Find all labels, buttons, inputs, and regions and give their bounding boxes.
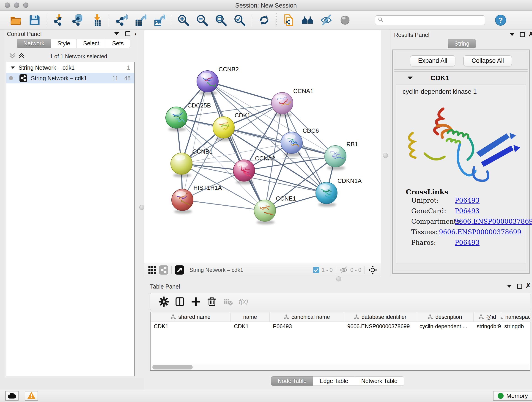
column-header-id[interactable]: @id [474,312,501,322]
zoom-in-icon[interactable] [176,13,191,28]
crosslink-link[interactable]: P06493 [455,197,480,204]
column-header-namespace[interactable]: namespace [501,312,530,322]
table-cell[interactable]: cyclin-dependent ... [416,322,474,332]
results-panel-close-icon[interactable]: ✗ [528,32,532,37]
network-node-CCNB1[interactable] [171,153,192,177]
detach-view-icon[interactable] [175,265,184,274]
tab-style[interactable]: Style [51,39,77,48]
birds-eye-view-icon[interactable] [368,265,378,275]
table-cell[interactable]: 9606.ENSP00000378699 [344,322,416,332]
warnings-button[interactable] [25,391,38,401]
table-scrollbar-thumb[interactable] [152,365,193,370]
network-node-RB1[interactable] [325,146,346,170]
delete-column-icon[interactable] [205,295,219,308]
zoom-selected-icon[interactable] [232,13,247,28]
table-cell[interactable]: stringdb:9... [474,322,501,332]
network-edge[interactable] [182,200,265,211]
node-label: CCNB2 [219,66,239,73]
network-collection-row[interactable]: String Network – cdk1 1 [6,62,134,73]
network-node-HIST1H1A[interactable] [172,189,193,214]
network-canvas[interactable]: CCNB2CCNA1CDC25BCDK1CDC6RB1CCNB1CCNA2CDK… [144,30,381,264]
selected-checkbox-icon[interactable] [313,267,319,273]
show-columns-icon[interactable] [173,295,186,308]
export-image-icon[interactable] [151,13,166,28]
table-cell[interactable]: P06493 [270,322,344,332]
memory-button[interactable]: Memory [493,391,532,401]
node-table[interactable]: shared namenamecanonical namedatabase id… [150,312,530,371]
table-panel-close-icon[interactable]: ✗ [526,283,531,288]
network-node-CCNB2[interactable] [197,70,218,95]
show-graphics-details-icon[interactable] [337,13,353,28]
network-node-CCNA1[interactable] [272,92,293,117]
column-label: description [435,314,462,320]
collection-expand-icon[interactable] [11,66,15,69]
crosslink-link[interactable]: 9606.ENSP00000378699 [439,228,521,236]
tab-network-table[interactable]: Network Table [355,376,404,386]
grid-view-icon[interactable] [147,265,157,274]
crosslink-link[interactable]: P06493 [455,239,480,246]
table-options-gear-icon[interactable] [157,295,171,308]
expand-all-networks-icon[interactable] [18,52,25,61]
table-row[interactable]: CDK1CDK1P064939606.ENSP00000378699cyclin… [151,322,530,332]
results-panel-float-icon[interactable] [520,32,525,37]
tab-node-table[interactable]: Node Table [271,376,313,386]
table-panel-collapse-icon[interactable] [507,285,512,288]
collapse-all-networks-icon[interactable] [9,52,16,61]
collapse-all-button[interactable]: Collapse All [463,56,512,66]
results-panel-collapse-icon[interactable] [510,33,515,36]
column-header-description[interactable]: description [416,312,474,322]
expand-all-button[interactable]: Expand All [410,56,456,66]
network-edge[interactable] [208,81,265,211]
table-cell[interactable]: CDK1 [231,322,270,332]
table-panel-float-icon[interactable] [517,284,522,289]
network-edge[interactable] [182,81,208,200]
tab-sets[interactable]: Sets [106,39,130,48]
column-header-shared-name[interactable]: shared name [151,312,231,322]
import-network-database-icon[interactable] [70,13,85,28]
zoom-out-icon[interactable] [195,13,210,28]
network-row[interactable]: String Network – cdk1 11 48 [6,73,134,83]
protein-card-collapse-icon[interactable] [408,77,413,80]
open-session-icon[interactable] [8,13,23,28]
left-splitter-handle[interactable] [139,205,144,210]
protein-card-header[interactable]: CDK1 [394,72,528,84]
hide-selected-icon[interactable] [319,13,334,28]
crosslink-link[interactable]: 9606.ENSP00000378699 [455,218,532,225]
search-input[interactable] [384,16,485,24]
save-session-icon[interactable] [27,13,42,28]
control-panel-float-icon[interactable] [125,31,130,36]
tab-select[interactable]: Select [77,39,106,48]
column-header-database-identifier[interactable]: database identifier [344,312,416,322]
table-cell[interactable]: stringdb [501,322,530,332]
import-table-file-icon[interactable] [89,13,104,28]
bottom-splitter-handle[interactable] [336,276,341,281]
import-network-file-icon[interactable] [51,13,67,28]
table-cell[interactable]: CDK1 [151,322,231,332]
network-node-CDKN1A[interactable] [316,182,337,207]
add-column-icon[interactable] [189,295,203,308]
tab-network[interactable]: Network [17,39,51,48]
export-network-icon[interactable] [114,13,129,28]
table-horizontal-scrollbar[interactable] [151,364,530,370]
help-icon[interactable]: ? [495,14,507,26]
left-splitter[interactable] [136,30,144,378]
clone-network-icon[interactable] [281,13,296,28]
crosslink-link[interactable]: P06493 [455,207,480,215]
refresh-icon[interactable] [257,13,272,28]
tab-string[interactable]: String [448,39,476,48]
home-icon[interactable] [300,13,315,28]
share-view-icon[interactable] [159,265,168,274]
network-graph[interactable]: CCNB2CCNA1CDC25BCDK1CDC6RB1CCNB1CCNA2CDK… [144,30,381,264]
cloud-status-button[interactable] [5,391,19,401]
control-panel-collapse-icon[interactable] [114,32,119,35]
network-node-CDC25B[interactable] [166,107,187,131]
zoom-fit-icon[interactable] [213,13,228,28]
tab-edge-table[interactable]: Edge Table [313,376,355,386]
right-splitter-handle[interactable] [383,153,388,158]
crosslink-label: Tissues: [411,228,439,236]
column-header-name[interactable]: name [231,312,270,322]
network-node-CCNE1[interactable] [254,200,276,224]
column-header-canonical-name[interactable]: canonical name [270,312,344,322]
network-node-CDK1[interactable] [213,117,234,141]
export-table-icon[interactable] [133,13,147,28]
